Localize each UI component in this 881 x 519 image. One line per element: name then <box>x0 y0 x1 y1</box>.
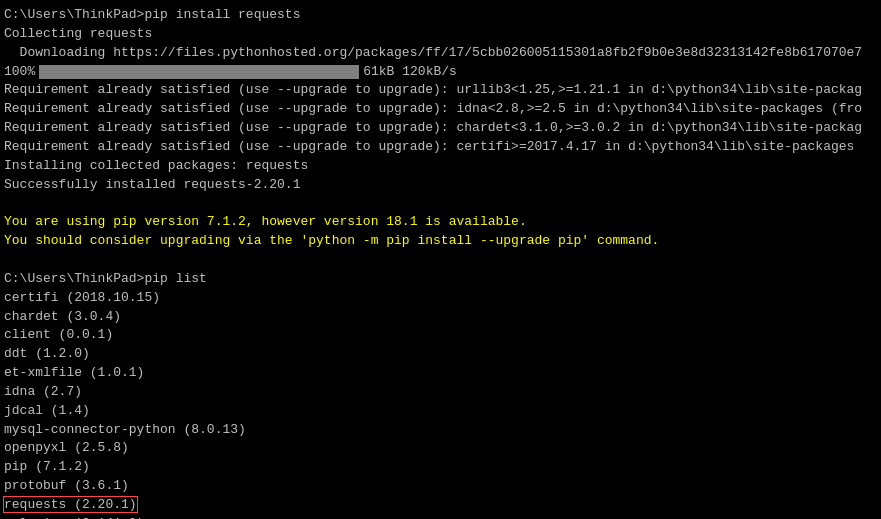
line-pkg5: et-xmlfile (1.0.1) <box>4 364 877 383</box>
line-pkg7: jdcal (1.4) <box>4 402 877 421</box>
line-prompt2: C:\Users\ThinkPad>pip list <box>4 270 877 289</box>
line-pkg3: client (0.0.1) <box>4 326 877 345</box>
line-blank1 <box>4 194 877 213</box>
line-pkg4: ddt (1.2.0) <box>4 345 877 364</box>
progress-bar <box>39 65 359 79</box>
line-req1: Requirement already satisfied (use --upg… <box>4 81 877 100</box>
line-success: Successfully installed requests-2.20.1 <box>4 176 877 195</box>
line-pkg8: mysql-connector-python (8.0.13) <box>4 421 877 440</box>
line-installing: Installing collected packages: requests <box>4 157 877 176</box>
line-pkg11: protobuf (3.6.1) <box>4 477 877 496</box>
line-req3: Requirement already satisfied (use --upg… <box>4 119 877 138</box>
line-collecting: Collecting requests <box>4 25 877 44</box>
line-pkg6: idna (2.7) <box>4 383 877 402</box>
line-pkg9: openpyxl (2.5.8) <box>4 439 877 458</box>
line-pkg1: certifi (2018.10.15) <box>4 289 877 308</box>
line-downloading: Downloading https://files.pythonhosted.o… <box>4 44 877 63</box>
line-pkg10: pip (7.1.2) <box>4 458 877 477</box>
progress-percent: 100% <box>4 63 35 82</box>
progress-speed: 61kB 120kB/s <box>363 63 457 82</box>
line-progress: 100% 61kB 120kB/s <box>4 63 877 82</box>
line-req4: Requirement already satisfied (use --upg… <box>4 138 877 157</box>
line-warn2: You should consider upgrading via the 'p… <box>4 232 877 251</box>
highlighted-package: requests (2.20.1) <box>4 497 137 512</box>
terminal-window[interactable]: C:\Users\ThinkPad>pip install requests C… <box>0 0 881 519</box>
line-req2: Requirement already satisfied (use --upg… <box>4 100 877 119</box>
line-pkg13: selenium (3.141.0) <box>4 515 877 519</box>
line-pkg2: chardet (3.0.4) <box>4 308 877 327</box>
line-warn1: You are using pip version 7.1.2, however… <box>4 213 877 232</box>
line-blank2 <box>4 251 877 270</box>
line-prompt1: C:\Users\ThinkPad>pip install requests <box>4 6 877 25</box>
line-pkg12: requests (2.20.1) <box>4 496 877 515</box>
